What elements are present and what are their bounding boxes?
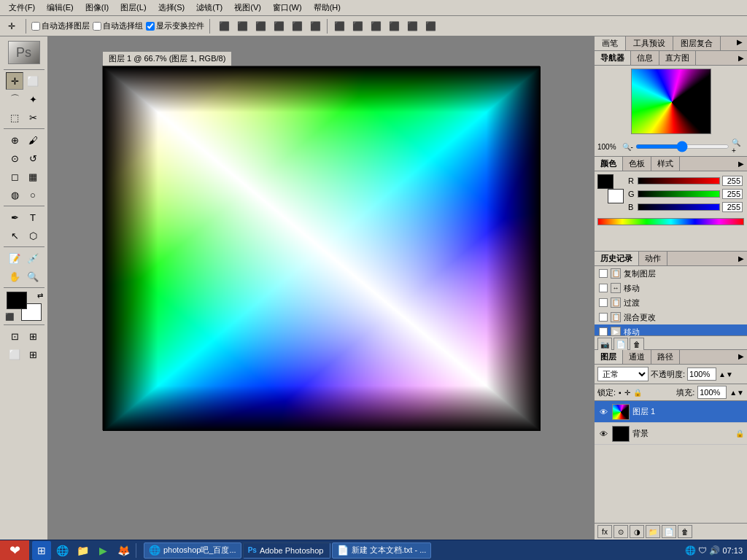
- menu-window[interactable]: 窗口(W): [267, 1, 308, 15]
- blend-mode-select[interactable]: 正常: [597, 367, 649, 381]
- tab-history[interactable]: 历史记录: [595, 252, 639, 265]
- zoom-out-icon[interactable]: 🔍-: [622, 143, 633, 151]
- distribute-1-btn[interactable]: ⬛: [330, 18, 348, 34]
- shape-tool[interactable]: ⬡: [24, 227, 42, 244]
- bg-swatch-preview[interactable]: [608, 189, 624, 203]
- menu-help[interactable]: 帮助(H): [308, 1, 347, 15]
- quick-mask-btn[interactable]: ⊡: [6, 327, 23, 345]
- distribute-3-btn[interactable]: ⬛: [367, 18, 384, 34]
- taskbar-window-browser[interactable]: 🌐 photoshop吧_百度...: [144, 542, 241, 559]
- canvas-area[interactable]: 图层 1 @ 66.7% (图层 1, RGB/8): [48, 36, 594, 540]
- start-button[interactable]: ❤: [0, 540, 29, 561]
- color-spectrum-bar[interactable]: [597, 218, 744, 225]
- history-brush-tool[interactable]: ↺: [24, 149, 42, 167]
- slice-tool[interactable]: ✂: [24, 109, 42, 126]
- fg-swatch-preview[interactable]: [597, 174, 614, 189]
- opacity-input[interactable]: [687, 368, 716, 381]
- history-item-3[interactable]: 📋 过渡: [595, 295, 747, 310]
- layers-delete-btn[interactable]: 🗑: [678, 525, 692, 538]
- align-center-btn[interactable]: ⬛: [233, 18, 251, 34]
- brush-tool[interactable]: 🖌: [24, 131, 42, 149]
- taskbar-icon-home[interactable]: ⊞: [32, 541, 51, 560]
- crop-tool[interactable]: ⬚: [6, 109, 23, 126]
- default-colors-btn[interactable]: ⬛: [5, 313, 14, 321]
- layers-adjust-btn[interactable]: ◑: [630, 525, 644, 538]
- layers-options-btn[interactable]: ▶: [735, 350, 747, 362]
- tab-swatches[interactable]: 色板: [623, 157, 651, 171]
- tray-icon-shield[interactable]: 🛡: [698, 545, 707, 556]
- taskbar-icon-ie[interactable]: 🌐: [53, 541, 71, 560]
- checkbox-auto-select-group[interactable]: 自动选择组: [93, 20, 143, 31]
- menu-file[interactable]: 文件(F): [3, 1, 41, 15]
- history-options-btn[interactable]: ▶: [735, 253, 747, 265]
- gradient-tool[interactable]: ▦: [24, 168, 42, 185]
- menu-image[interactable]: 图像(I): [80, 1, 115, 15]
- align-vcenter-btn[interactable]: ⬛: [288, 18, 306, 34]
- lock-position-btn[interactable]: ✛: [624, 389, 630, 397]
- top-right-menu-btn[interactable]: ▶: [732, 36, 747, 50]
- dodge-tool[interactable]: ○: [24, 186, 42, 203]
- heal-tool[interactable]: ⊕: [6, 131, 23, 149]
- fill-input[interactable]: [697, 386, 727, 399]
- zoom-tool[interactable]: 🔍: [24, 268, 42, 285]
- taskbar-icon-media[interactable]: ▶: [93, 541, 112, 560]
- menu-filter[interactable]: 滤镜(T): [190, 1, 228, 15]
- history-delete-btn[interactable]: 🗑: [630, 338, 644, 351]
- text-tool[interactable]: T: [24, 209, 42, 226]
- vector-select-tool[interactable]: ↖: [6, 227, 23, 244]
- layers-style-btn[interactable]: fx: [597, 525, 612, 538]
- fill-arrows[interactable]: ▲▼: [729, 389, 744, 397]
- eyedropper-tool[interactable]: 💉: [24, 249, 42, 267]
- taskbar-window-notepad[interactable]: 📄 新建 文本文档.txt - ...: [332, 542, 432, 559]
- align-top-btn[interactable]: ⬛: [270, 18, 287, 34]
- screen-mode-btn[interactable]: ⬜: [6, 346, 23, 363]
- menu-layer[interactable]: 图层(L): [115, 1, 152, 15]
- tab-paths[interactable]: 路径: [651, 350, 680, 364]
- tab-layers[interactable]: 图层: [595, 350, 623, 364]
- history-snapshot-btn[interactable]: 📷: [597, 338, 612, 351]
- lasso-tool[interactable]: ⌒: [6, 90, 23, 108]
- colors-options-btn[interactable]: ▶: [735, 158, 747, 170]
- pen-tool[interactable]: ✒: [6, 209, 23, 226]
- checkbox-auto-select-layer[interactable]: 自动选择图层: [31, 20, 90, 31]
- layers-mask-btn[interactable]: ⊙: [614, 525, 628, 538]
- tab-styles[interactable]: 样式: [651, 157, 680, 171]
- tab-histogram[interactable]: 直方图: [659, 51, 696, 65]
- layer-item-1[interactable]: 👁 图层 1: [595, 401, 747, 423]
- zoom-in-icon[interactable]: 🔍+: [732, 139, 744, 155]
- align-left-btn[interactable]: ⬛: [215, 18, 233, 34]
- history-item-1[interactable]: 📋 复制图层: [595, 266, 747, 281]
- tab-navigator[interactable]: 导航器: [595, 51, 631, 65]
- tray-icon-network[interactable]: 🌐: [685, 545, 696, 556]
- layers-new-btn[interactable]: 📄: [662, 525, 676, 538]
- layer-bg-eye[interactable]: 👁: [597, 428, 609, 440]
- taskbar-window-ps[interactable]: Ps Adobe Photoshop: [243, 542, 330, 559]
- taskbar-icon-folder[interactable]: 📁: [73, 541, 92, 560]
- marquee-tool[interactable]: ⬜: [24, 72, 42, 90]
- tray-icon-volume[interactable]: 🔊: [709, 545, 720, 556]
- tab-layer-comp[interactable]: 图层复合: [673, 36, 721, 50]
- history-item-5[interactable]: ▶ 移动: [595, 324, 747, 335]
- hand-tool[interactable]: ✋: [6, 268, 23, 285]
- menu-view[interactable]: 视图(V): [228, 1, 267, 15]
- distribute-6-btn[interactable]: ⬛: [422, 18, 439, 34]
- blur-tool[interactable]: ◍: [6, 186, 23, 203]
- layers-group-btn[interactable]: 📁: [646, 525, 660, 538]
- g-value[interactable]: [722, 189, 743, 199]
- lock-pixels-btn[interactable]: ▪: [619, 389, 622, 397]
- history-item-4[interactable]: 📋 混合更改: [595, 310, 747, 324]
- distribute-2-btn[interactable]: ⬛: [349, 18, 366, 34]
- layer-1-eye[interactable]: 👁: [597, 406, 609, 418]
- move-tool-btn[interactable]: ✛: [3, 18, 20, 34]
- move-tool[interactable]: ✛: [6, 72, 23, 90]
- magic-wand-tool[interactable]: ✦: [24, 90, 42, 108]
- menu-edit[interactable]: 编辑(E): [41, 1, 80, 15]
- history-new-doc-btn[interactable]: 📄: [614, 338, 628, 351]
- standard-mode-btn[interactable]: ⊞: [24, 327, 42, 345]
- navigator-options-btn[interactable]: ▶: [735, 52, 747, 64]
- swap-colors-btn[interactable]: ⇄: [37, 292, 43, 300]
- align-right-btn[interactable]: ⬛: [252, 18, 269, 34]
- distribute-5-btn[interactable]: ⬛: [403, 18, 421, 34]
- menu-select[interactable]: 选择(S): [152, 1, 191, 15]
- opacity-arrows[interactable]: ▲▼: [719, 370, 733, 378]
